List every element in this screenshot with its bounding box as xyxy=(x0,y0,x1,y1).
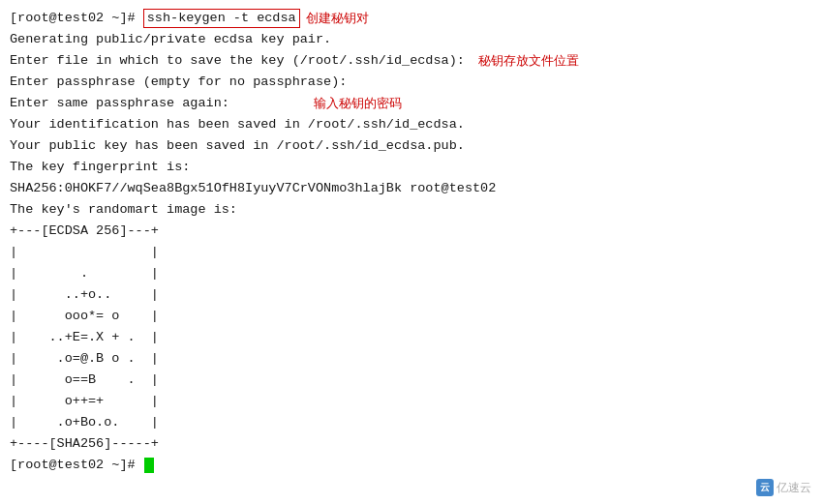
line-art-4: | ooo*= o | xyxy=(10,306,813,327)
line-5: Enter same passphrase again: 输入秘钥的密码 xyxy=(10,93,813,114)
line-7: Your public key has been saved in /root/… xyxy=(10,135,813,157)
line-art-9: | .o+Bo.o. | xyxy=(10,412,813,433)
line-3: Enter file in which to save the key (/ro… xyxy=(10,50,813,72)
line-6: Your identification has been saved in /r… xyxy=(10,114,813,135)
line-art-7: | o==B . | xyxy=(10,370,813,391)
line-art-bottom: +----[SHA256]-----+ xyxy=(10,433,813,455)
text-fingerprint-label: The key fingerprint is: xyxy=(10,157,190,178)
line-8: The key fingerprint is: xyxy=(10,157,813,178)
text-enter-file: Enter file in which to save the key (/ro… xyxy=(10,50,472,72)
text-pubkey-saved: Your public key has been saved in /root/… xyxy=(10,135,465,157)
text-generating: Generating public/private ecdsa key pair… xyxy=(10,29,331,50)
line-art-1: | | xyxy=(10,242,813,263)
annotation-key-location: 秘钥存放文件位置 xyxy=(478,50,579,72)
watermark-logo: 云 xyxy=(756,479,774,496)
terminal-window: [root@test02 ~]# ssh-keygen -t ecdsa创建秘钥… xyxy=(0,0,823,504)
line-4: Enter passphrase (empty for no passphras… xyxy=(10,72,813,93)
text-randomart-label: The key's randomart image is: xyxy=(10,199,237,221)
line-art-3: | ..+o.. | xyxy=(10,284,813,306)
line-1: [root@test02 ~]# ssh-keygen -t ecdsa创建秘钥… xyxy=(10,8,813,29)
line-final-prompt: [root@test02 ~]# xyxy=(10,455,813,476)
watermark: 云 亿速云 xyxy=(756,479,811,496)
line-art-2: | . | xyxy=(10,263,813,284)
line-art-5: | ..+E=.X + . | xyxy=(10,327,813,348)
text-passphrase: Enter passphrase (empty for no passphras… xyxy=(10,72,347,93)
line-art-6: | .o=@.B o . | xyxy=(10,348,813,370)
line-art-top: +---[ECDSA 256]---+ xyxy=(10,221,813,242)
line-10: The key's randomart image is: xyxy=(10,199,813,221)
text-same-passphrase: Enter same passphrase again: xyxy=(10,93,308,114)
annotation-create-key: 创建秘钥对 xyxy=(306,8,369,29)
final-prompt: [root@test02 ~]# xyxy=(10,455,143,476)
line-art-8: | o++=+ | xyxy=(10,391,813,412)
text-id-saved: Your identification has been saved in /r… xyxy=(10,114,465,135)
annotation-input-password: 输入秘钥的密码 xyxy=(314,93,402,114)
command-box: ssh-keygen -t ecdsa xyxy=(143,9,300,28)
line-9: SHA256:0HOKF7//wqSea8Bgx51OfH8IyuyV7CrVO… xyxy=(10,178,813,199)
text-sha256: SHA256:0HOKF7//wqSea8Bgx51OfH8IyuyV7CrVO… xyxy=(10,178,496,199)
line-2: Generating public/private ecdsa key pair… xyxy=(10,29,813,50)
prompt-1: [root@test02 ~]# xyxy=(10,8,143,29)
watermark-text: 亿速云 xyxy=(777,480,811,496)
cursor xyxy=(144,458,154,473)
